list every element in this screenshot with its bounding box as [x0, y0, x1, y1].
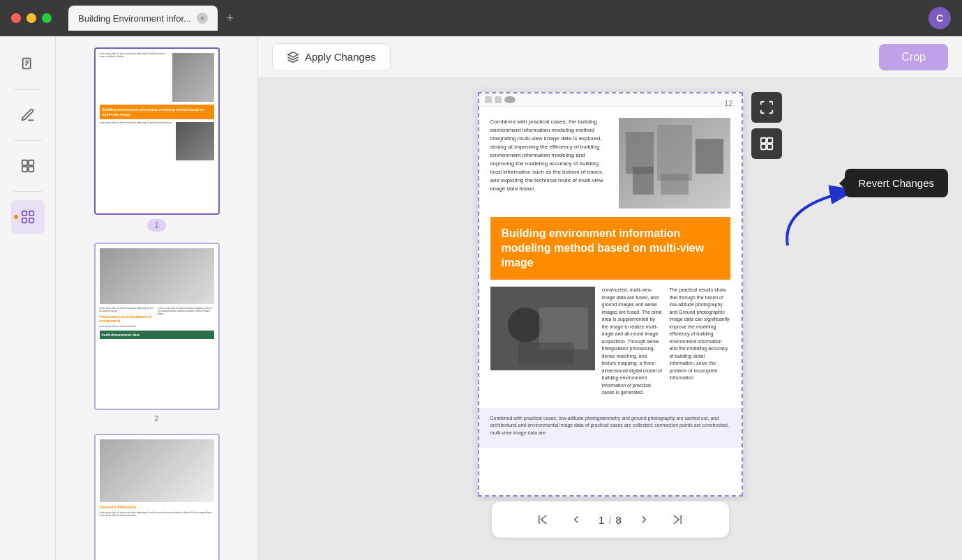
close-button[interactable] — [11, 13, 21, 23]
current-page: 1 — [599, 514, 604, 526]
svg-point-20 — [508, 308, 543, 342]
divider-1 — [14, 89, 42, 90]
titlebar: Building Environment infor... × + C — [0, 0, 962, 36]
svg-rect-5 — [28, 160, 33, 165]
content-area: Apply Changes Crop 12 — [258, 36, 962, 560]
minibar-icons — [485, 96, 516, 103]
page-bottom-section: constructed, multi-view image data are f… — [490, 287, 730, 397]
page-bottom-right-text-2: The practical results show that through … — [670, 287, 730, 397]
svg-rect-4 — [22, 160, 27, 165]
page-minibar: 12 — [479, 93, 742, 107]
divider-2 — [14, 140, 42, 141]
page-separator: / — [608, 514, 611, 526]
apply-changes-button[interactable]: Apply Changes — [272, 43, 391, 71]
page-bottom-image — [490, 287, 595, 370]
revert-changes-popup[interactable]: Revert Changes — [845, 169, 948, 197]
page-title-banner: Building environment information modelin… — [490, 217, 730, 280]
sidebar-item-edit[interactable] — [11, 149, 45, 183]
new-tab-button[interactable]: + — [220, 8, 240, 28]
svg-rect-25 — [760, 144, 765, 149]
page-document: 12 Combined with practical cases, the bu… — [478, 92, 743, 497]
sidebar-item-pages[interactable] — [11, 47, 45, 81]
svg-rect-9 — [29, 211, 33, 215]
minimize-button[interactable] — [27, 13, 36, 23]
thumb-frame-3[interactable]: Geometric Philosophy Lorem ipsum dolor s… — [94, 434, 220, 560]
svg-rect-18 — [661, 174, 689, 195]
document-view: 12 Combined with practical cases, the bu… — [258, 78, 962, 501]
svg-rect-15 — [657, 125, 692, 181]
svg-rect-7 — [28, 167, 33, 172]
icon-sidebar — [0, 36, 56, 560]
thumbnail-1[interactable]: Lorem ipsum dolor sit amet consectetur a… — [64, 47, 249, 232]
thumbnail-2[interactable]: Lorem ipsum dolor sit amet consectetur a… — [64, 243, 249, 423]
maximize-button[interactable] — [42, 13, 52, 23]
active-tab[interactable]: Building Environment infor... × — [68, 6, 218, 31]
svg-rect-11 — [29, 218, 33, 222]
svg-rect-23 — [760, 138, 765, 143]
thumb-frame-2[interactable]: Lorem ipsum dolor sit amet consectetur a… — [94, 243, 220, 410]
first-page-button[interactable] — [532, 508, 554, 531]
revert-changes-label: Revert Changes — [859, 177, 934, 189]
svg-rect-8 — [22, 211, 26, 215]
page-top-image — [619, 118, 730, 209]
active-indicator — [14, 215, 18, 219]
page-number-badge: 12 — [724, 99, 732, 107]
page-inner: Combined with practical cases, the build… — [479, 107, 742, 408]
avatar[interactable]: C — [929, 7, 951, 29]
page-overlay-text: Combined with practical cases, low-altit… — [490, 415, 730, 437]
mini-icon-2 — [495, 96, 502, 103]
toolbar-left: Apply Changes — [272, 43, 391, 71]
sidebar-item-pen[interactable] — [11, 98, 45, 132]
last-page-button[interactable] — [666, 508, 689, 531]
prev-page-button[interactable] — [565, 508, 587, 531]
crop-tool-button[interactable] — [751, 128, 782, 159]
svg-rect-24 — [767, 138, 772, 143]
sidebar-item-layers[interactable] — [11, 200, 45, 234]
mini-icon-1 — [485, 96, 492, 103]
main-area: Lorem ipsum dolor sit amet consectetur a… — [0, 36, 962, 560]
thumbnail-panel: Lorem ipsum dolor sit amet consectetur a… — [56, 36, 258, 560]
divider-3 — [14, 191, 42, 192]
page-info: 1 / 8 — [599, 514, 622, 526]
thumb-num-1: 1 — [147, 219, 166, 232]
page-top-section: Combined with practical cases, the build… — [490, 118, 730, 209]
thumb-num-2: 2 — [154, 414, 158, 423]
svg-rect-17 — [633, 167, 654, 195]
bottom-nav: 1 / 8 — [492, 501, 729, 538]
bottom-nav-container: 1 / 8 — [258, 501, 962, 549]
doc-toolbar — [751, 92, 782, 159]
mini-icon-3 — [504, 96, 516, 103]
crop-button[interactable]: Crop — [879, 44, 948, 70]
traffic-lights — [11, 13, 52, 23]
page-top-text: Combined with practical cases, the build… — [490, 118, 610, 209]
toolbar: Apply Changes Crop — [258, 36, 962, 78]
svg-rect-6 — [22, 167, 27, 172]
thumbnail-3[interactable]: Geometric Philosophy Lorem ipsum dolor s… — [64, 434, 249, 560]
expand-tool-button[interactable] — [751, 92, 782, 123]
page-overlay-bottom: Combined with practical cases, low-altit… — [479, 408, 742, 448]
page-container: 12 Combined with practical cases, the bu… — [478, 92, 743, 497]
thumb-frame-1[interactable]: Lorem ipsum dolor sit amet consectetur a… — [94, 47, 220, 215]
svg-rect-10 — [22, 218, 26, 222]
page-bottom-right-text: constructed, multi-view image data are f… — [602, 287, 663, 397]
svg-rect-26 — [767, 144, 772, 149]
next-page-button[interactable] — [633, 508, 655, 531]
svg-rect-16 — [696, 139, 723, 174]
tab-close-button[interactable]: × — [197, 13, 208, 24]
total-pages: 8 — [616, 514, 622, 526]
tab-area: Building Environment infor... × + — [68, 6, 920, 31]
tab-title: Building Environment infor... — [78, 13, 191, 24]
svg-rect-22 — [518, 342, 574, 363]
apply-changes-label: Apply Changes — [305, 51, 376, 63]
apply-icon — [287, 51, 299, 63]
